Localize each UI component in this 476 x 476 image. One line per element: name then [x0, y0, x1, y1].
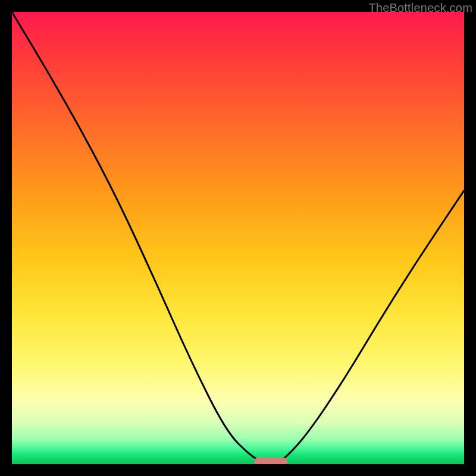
- optimal-range-marker: [254, 458, 287, 464]
- plot-area: [12, 12, 464, 464]
- curve-layer: [12, 12, 464, 464]
- bottleneck-curve: [12, 12, 464, 464]
- chart-frame: TheBottleneck.com: [0, 0, 476, 476]
